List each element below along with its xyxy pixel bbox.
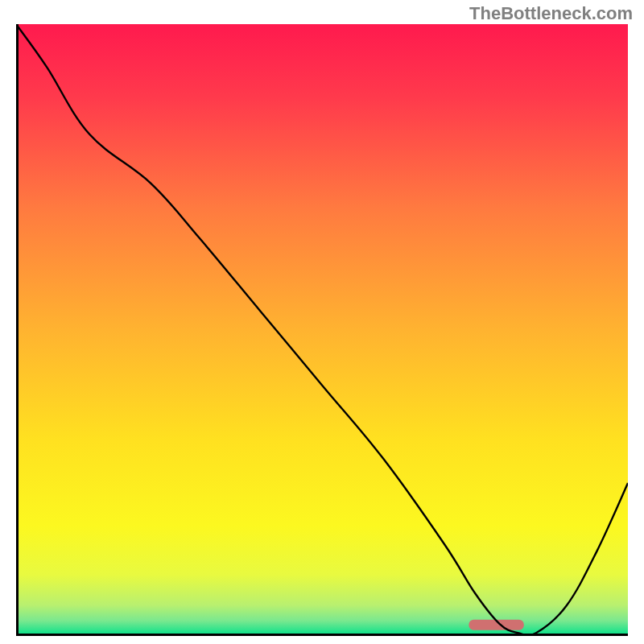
chart-container: TheBottleneck.com	[0, 0, 644, 644]
gradient-background	[16, 24, 628, 636]
chart-svg	[16, 24, 628, 636]
watermark-text: TheBottleneck.com	[469, 3, 633, 24]
